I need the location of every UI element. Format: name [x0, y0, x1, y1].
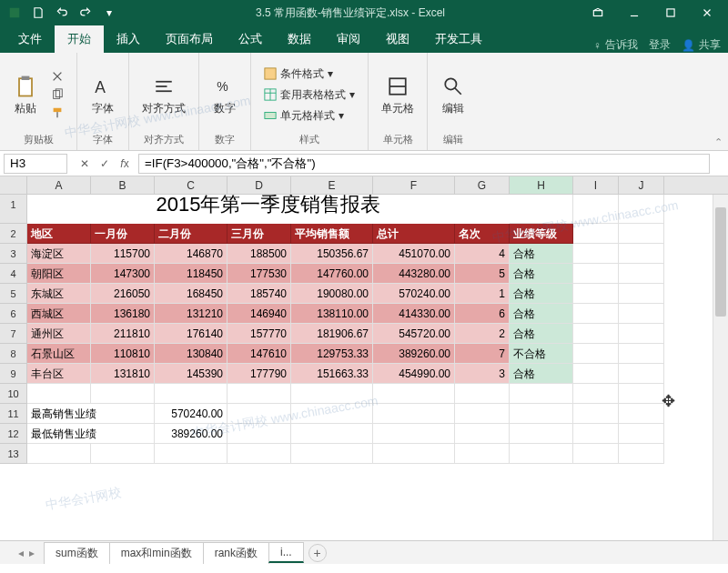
cell[interactable] — [619, 195, 664, 224]
cell[interactable] — [373, 384, 455, 404]
new-sheet-button[interactable]: + — [308, 544, 327, 562]
cell-month3[interactable]: 185740 — [228, 284, 291, 304]
cell-rank[interactable]: 5 — [455, 264, 510, 284]
cell[interactable] — [573, 324, 619, 344]
cell-grade[interactable]: 合格 — [510, 264, 573, 284]
tab-file[interactable]: 文件 — [5, 25, 55, 53]
cell-month1[interactable]: 211810 — [91, 324, 155, 344]
cell-avg[interactable]: 151663.33 — [291, 364, 373, 384]
cell-avg[interactable]: 190080.00 — [291, 284, 373, 304]
row-header[interactable]: 1 — [0, 195, 27, 224]
cell[interactable] — [228, 444, 291, 464]
row-header[interactable]: 2 — [0, 224, 27, 244]
cell-grade[interactable]: 不合格 — [510, 344, 573, 364]
cell-rank[interactable]: 6 — [455, 304, 510, 324]
row-header[interactable]: 9 — [0, 364, 27, 384]
maximize-icon[interactable] — [653, 3, 688, 23]
tab-data[interactable]: 数据 — [275, 25, 324, 53]
cell-min-label[interactable]: 最低销售业绩 — [27, 424, 155, 444]
cell[interactable] — [91, 444, 155, 464]
close-icon[interactable] — [690, 3, 724, 23]
cell[interactable] — [455, 424, 510, 444]
cell-region[interactable]: 海淀区 — [27, 244, 91, 264]
cell[interactable] — [573, 264, 619, 284]
cell-avg[interactable]: 181906.67 — [291, 324, 373, 344]
cell-grade[interactable]: 合格 — [510, 244, 573, 264]
tab-developer[interactable]: 开发工具 — [422, 25, 495, 53]
cell-region[interactable]: 朝阳区 — [27, 264, 91, 284]
cell[interactable] — [573, 195, 619, 224]
cell[interactable] — [27, 384, 91, 404]
cell-month1[interactable]: 147300 — [91, 264, 155, 284]
sheet-tab[interactable]: sum函数 — [44, 542, 110, 564]
cell-month3[interactable]: 146940 — [228, 304, 291, 324]
cell-total[interactable]: 414330.00 — [373, 304, 455, 324]
cell[interactable] — [228, 384, 291, 404]
cell[interactable] — [619, 444, 664, 464]
cell[interactable] — [619, 244, 664, 264]
cell-grade[interactable]: 合格 — [510, 304, 573, 324]
tab-formulas[interactable]: 公式 — [226, 25, 275, 53]
cell[interactable] — [510, 404, 573, 424]
row-header[interactable]: 6 — [0, 304, 27, 324]
row-header[interactable]: 10 — [0, 384, 27, 404]
row-header[interactable]: 3 — [0, 244, 27, 264]
cell[interactable] — [228, 424, 291, 444]
formula-bar[interactable] — [138, 154, 710, 174]
cell[interactable] — [573, 444, 619, 464]
collapse-ribbon-icon[interactable]: ⌃ — [714, 136, 723, 148]
editing-button[interactable]: 编辑 — [437, 72, 470, 118]
table-header[interactable]: 一月份 — [91, 224, 155, 244]
qat-customize-icon[interactable]: ▾ — [98, 3, 120, 23]
select-all-corner[interactable] — [0, 176, 27, 195]
cell-month2[interactable]: 118450 — [155, 264, 228, 284]
cell[interactable] — [510, 384, 573, 404]
cell[interactable] — [573, 404, 619, 424]
cell[interactable] — [291, 444, 373, 464]
cell[interactable] — [155, 384, 228, 404]
cell-grade[interactable]: 合格 — [510, 364, 573, 384]
cell-month2[interactable]: 130840 — [155, 344, 228, 364]
signin-link[interactable]: 登录 — [649, 37, 671, 53]
tab-review[interactable]: 审阅 — [324, 25, 373, 53]
cell-month3[interactable]: 157770 — [228, 324, 291, 344]
cell-region[interactable]: 丰台区 — [27, 364, 91, 384]
cell-max-value[interactable]: 570240.00 — [155, 404, 228, 424]
cell[interactable] — [373, 444, 455, 464]
table-header[interactable]: 地区 — [27, 224, 91, 244]
cell-rank[interactable]: 1 — [455, 284, 510, 304]
cell-region[interactable]: 西城区 — [27, 304, 91, 324]
cell[interactable] — [510, 444, 573, 464]
enter-formula-icon[interactable]: ✓ — [96, 156, 113, 172]
font-button[interactable]: A字体 — [86, 72, 119, 118]
tab-layout[interactable]: 页面布局 — [153, 25, 226, 53]
cell-total[interactable]: 545720.00 — [373, 324, 455, 344]
cell[interactable] — [228, 404, 291, 424]
vertical-scrollbar[interactable] — [713, 195, 728, 540]
cell-month3[interactable]: 188500 — [228, 244, 291, 264]
column-headers[interactable]: ABCDEFGHIJ — [27, 176, 728, 195]
cell[interactable] — [373, 404, 455, 424]
cancel-formula-icon[interactable]: ✕ — [76, 156, 93, 172]
table-header[interactable]: 业绩等级 — [510, 224, 573, 244]
undo-icon[interactable] — [51, 3, 73, 23]
cell-rank[interactable]: 7 — [455, 344, 510, 364]
row-header[interactable]: 5 — [0, 284, 27, 304]
cell-max-label[interactable]: 最高销售业绩 — [27, 404, 155, 424]
table-header[interactable]: 二月份 — [155, 224, 228, 244]
cell-grade[interactable]: 合格 — [510, 324, 573, 344]
row-header[interactable]: 11 — [0, 404, 27, 424]
share-button[interactable]: 👤 共享 — [682, 37, 721, 53]
cell-total[interactable]: 451070.00 — [373, 244, 455, 264]
conditional-formatting-button[interactable]: 条件格式 ▾ — [260, 65, 359, 84]
save-icon[interactable] — [27, 3, 49, 23]
cell-rank[interactable]: 2 — [455, 324, 510, 344]
cell-month2[interactable]: 176140 — [155, 324, 228, 344]
cell-month1[interactable]: 115700 — [91, 244, 155, 264]
cell[interactable] — [455, 384, 510, 404]
cell-month2[interactable]: 145390 — [155, 364, 228, 384]
cell[interactable] — [27, 444, 91, 464]
tab-home[interactable]: 开始 — [55, 25, 104, 53]
cell[interactable] — [619, 324, 664, 344]
cell[interactable] — [573, 304, 619, 324]
